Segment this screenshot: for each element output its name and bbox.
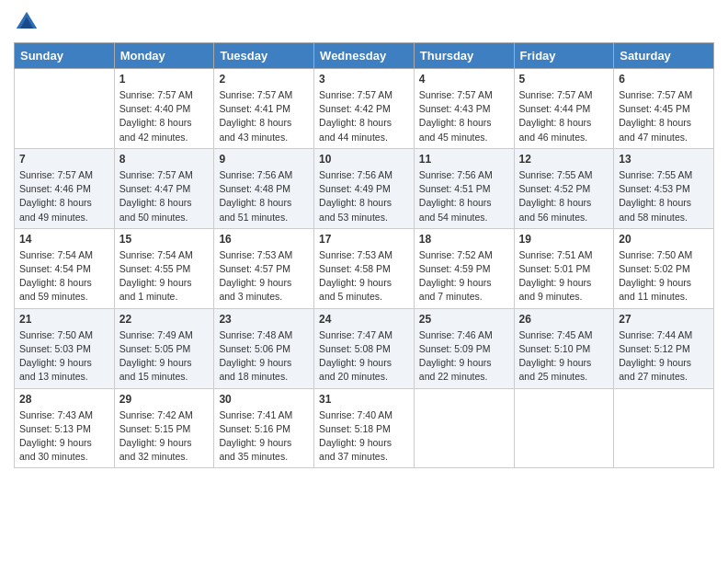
day-number: 15 bbox=[119, 233, 210, 246]
day-number: 18 bbox=[419, 233, 509, 246]
calendar-row-0: 1Sunrise: 7:57 AM Sunset: 4:40 PM Daylig… bbox=[15, 69, 714, 149]
calendar-cell: 13Sunrise: 7:55 AM Sunset: 4:53 PM Dayli… bbox=[614, 148, 714, 228]
calendar-row-3: 21Sunrise: 7:50 AM Sunset: 5:03 PM Dayli… bbox=[15, 308, 714, 388]
calendar-cell: 27Sunrise: 7:44 AM Sunset: 5:12 PM Dayli… bbox=[614, 308, 714, 388]
calendar-cell: 20Sunrise: 7:50 AM Sunset: 5:02 PM Dayli… bbox=[614, 228, 714, 308]
col-header-saturday: Saturday bbox=[614, 43, 714, 69]
calendar-cell: 25Sunrise: 7:46 AM Sunset: 5:09 PM Dayli… bbox=[414, 308, 514, 388]
cell-info: Sunrise: 7:54 AM Sunset: 4:55 PM Dayligh… bbox=[119, 248, 210, 304]
cell-info: Sunrise: 7:42 AM Sunset: 5:15 PM Dayligh… bbox=[119, 408, 210, 465]
day-number: 22 bbox=[119, 313, 210, 326]
calendar-cell: 31Sunrise: 7:40 AM Sunset: 5:18 PM Dayli… bbox=[314, 388, 415, 468]
calendar-cell: 11Sunrise: 7:56 AM Sunset: 4:51 PM Dayli… bbox=[414, 148, 514, 228]
calendar-cell: 26Sunrise: 7:45 AM Sunset: 5:10 PM Dayli… bbox=[514, 308, 614, 388]
cell-info: Sunrise: 7:57 AM Sunset: 4:46 PM Dayligh… bbox=[19, 168, 109, 224]
calendar-cell: 12Sunrise: 7:55 AM Sunset: 4:52 PM Dayli… bbox=[514, 148, 614, 228]
calendar-cell: 28Sunrise: 7:43 AM Sunset: 5:13 PM Dayli… bbox=[15, 388, 115, 468]
cell-info: Sunrise: 7:52 AM Sunset: 4:59 PM Dayligh… bbox=[419, 248, 509, 304]
day-number: 9 bbox=[219, 153, 309, 166]
cell-info: Sunrise: 7:57 AM Sunset: 4:41 PM Dayligh… bbox=[219, 88, 309, 144]
cell-info: Sunrise: 7:43 AM Sunset: 5:13 PM Dayligh… bbox=[19, 408, 109, 465]
day-number: 23 bbox=[219, 313, 309, 326]
calendar-cell: 15Sunrise: 7:54 AM Sunset: 4:55 PM Dayli… bbox=[114, 228, 214, 308]
logo-icon bbox=[14, 9, 40, 35]
calendar-cell: 3Sunrise: 7:57 AM Sunset: 4:42 PM Daylig… bbox=[314, 69, 415, 149]
calendar-cell: 7Sunrise: 7:57 AM Sunset: 4:46 PM Daylig… bbox=[15, 148, 115, 228]
calendar-cell: 10Sunrise: 7:56 AM Sunset: 4:49 PM Dayli… bbox=[314, 148, 415, 228]
day-number: 6 bbox=[619, 73, 709, 86]
calendar-cell bbox=[414, 388, 514, 468]
col-header-wednesday: Wednesday bbox=[314, 43, 415, 69]
cell-info: Sunrise: 7:44 AM Sunset: 5:12 PM Dayligh… bbox=[619, 328, 709, 385]
calendar-cell: 23Sunrise: 7:48 AM Sunset: 5:06 PM Dayli… bbox=[214, 308, 314, 388]
col-header-thursday: Thursday bbox=[414, 43, 514, 69]
cell-info: Sunrise: 7:47 AM Sunset: 5:08 PM Dayligh… bbox=[319, 328, 409, 385]
calendar-cell: 1Sunrise: 7:57 AM Sunset: 4:40 PM Daylig… bbox=[114, 69, 214, 149]
calendar-cell: 30Sunrise: 7:41 AM Sunset: 5:16 PM Dayli… bbox=[214, 388, 314, 468]
day-number: 8 bbox=[119, 153, 210, 166]
day-number: 28 bbox=[19, 393, 109, 406]
calendar-cell: 19Sunrise: 7:51 AM Sunset: 5:01 PM Dayli… bbox=[514, 228, 614, 308]
calendar-row-4: 28Sunrise: 7:43 AM Sunset: 5:13 PM Dayli… bbox=[15, 388, 714, 468]
day-number: 26 bbox=[519, 313, 609, 326]
cell-info: Sunrise: 7:41 AM Sunset: 5:16 PM Dayligh… bbox=[219, 408, 309, 465]
cell-info: Sunrise: 7:50 AM Sunset: 5:03 PM Dayligh… bbox=[19, 328, 109, 385]
calendar-cell: 29Sunrise: 7:42 AM Sunset: 5:15 PM Dayli… bbox=[114, 388, 214, 468]
cell-info: Sunrise: 7:40 AM Sunset: 5:18 PM Dayligh… bbox=[319, 408, 409, 465]
day-number: 4 bbox=[419, 73, 509, 86]
calendar-cell bbox=[514, 388, 614, 468]
calendar-row-2: 14Sunrise: 7:54 AM Sunset: 4:54 PM Dayli… bbox=[15, 228, 714, 308]
col-header-monday: Monday bbox=[114, 43, 214, 69]
cell-info: Sunrise: 7:48 AM Sunset: 5:06 PM Dayligh… bbox=[219, 328, 309, 385]
col-header-friday: Friday bbox=[514, 43, 614, 69]
calendar-cell bbox=[15, 69, 115, 149]
cell-info: Sunrise: 7:49 AM Sunset: 5:05 PM Dayligh… bbox=[119, 328, 210, 385]
cell-info: Sunrise: 7:45 AM Sunset: 5:10 PM Dayligh… bbox=[519, 328, 609, 385]
calendar-cell: 18Sunrise: 7:52 AM Sunset: 4:59 PM Dayli… bbox=[414, 228, 514, 308]
calendar-cell: 24Sunrise: 7:47 AM Sunset: 5:08 PM Dayli… bbox=[314, 308, 415, 388]
day-number: 13 bbox=[619, 153, 709, 166]
calendar-cell: 2Sunrise: 7:57 AM Sunset: 4:41 PM Daylig… bbox=[214, 69, 314, 149]
calendar-table: SundayMondayTuesdayWednesdayThursdayFrid… bbox=[14, 42, 714, 468]
day-number: 17 bbox=[319, 233, 409, 246]
calendar-cell bbox=[614, 388, 714, 468]
calendar-cell: 17Sunrise: 7:53 AM Sunset: 4:58 PM Dayli… bbox=[314, 228, 415, 308]
cell-info: Sunrise: 7:50 AM Sunset: 5:02 PM Dayligh… bbox=[619, 248, 709, 304]
page-header bbox=[14, 9, 714, 35]
cell-info: Sunrise: 7:56 AM Sunset: 4:49 PM Dayligh… bbox=[319, 168, 409, 224]
calendar-cell: 6Sunrise: 7:57 AM Sunset: 4:45 PM Daylig… bbox=[614, 69, 714, 149]
day-number: 11 bbox=[419, 153, 509, 166]
day-number: 3 bbox=[319, 73, 409, 86]
calendar-cell: 16Sunrise: 7:53 AM Sunset: 4:57 PM Dayli… bbox=[214, 228, 314, 308]
day-number: 31 bbox=[319, 393, 409, 406]
cell-info: Sunrise: 7:54 AM Sunset: 4:54 PM Dayligh… bbox=[19, 248, 109, 304]
day-number: 16 bbox=[219, 233, 309, 246]
calendar-cell: 9Sunrise: 7:56 AM Sunset: 4:48 PM Daylig… bbox=[214, 148, 314, 228]
cell-info: Sunrise: 7:57 AM Sunset: 4:47 PM Dayligh… bbox=[119, 168, 210, 224]
cell-info: Sunrise: 7:55 AM Sunset: 4:53 PM Dayligh… bbox=[619, 168, 709, 224]
day-number: 27 bbox=[619, 313, 709, 326]
cell-info: Sunrise: 7:53 AM Sunset: 4:58 PM Dayligh… bbox=[319, 248, 409, 304]
day-number: 29 bbox=[119, 393, 210, 406]
day-number: 21 bbox=[19, 313, 109, 326]
calendar-cell: 14Sunrise: 7:54 AM Sunset: 4:54 PM Dayli… bbox=[15, 228, 115, 308]
calendar-cell: 21Sunrise: 7:50 AM Sunset: 5:03 PM Dayli… bbox=[15, 308, 115, 388]
calendar-header-row: SundayMondayTuesdayWednesdayThursdayFrid… bbox=[15, 43, 714, 69]
cell-info: Sunrise: 7:56 AM Sunset: 4:48 PM Dayligh… bbox=[219, 168, 309, 224]
cell-info: Sunrise: 7:57 AM Sunset: 4:40 PM Dayligh… bbox=[119, 88, 210, 144]
day-number: 30 bbox=[219, 393, 309, 406]
day-number: 24 bbox=[319, 313, 409, 326]
cell-info: Sunrise: 7:57 AM Sunset: 4:44 PM Dayligh… bbox=[519, 88, 609, 144]
cell-info: Sunrise: 7:51 AM Sunset: 5:01 PM Dayligh… bbox=[519, 248, 609, 304]
calendar-cell: 22Sunrise: 7:49 AM Sunset: 5:05 PM Dayli… bbox=[114, 308, 214, 388]
col-header-sunday: Sunday bbox=[15, 43, 115, 69]
day-number: 5 bbox=[519, 73, 609, 86]
day-number: 12 bbox=[519, 153, 609, 166]
calendar-cell: 8Sunrise: 7:57 AM Sunset: 4:47 PM Daylig… bbox=[114, 148, 214, 228]
day-number: 10 bbox=[319, 153, 409, 166]
col-header-tuesday: Tuesday bbox=[214, 43, 314, 69]
day-number: 20 bbox=[619, 233, 709, 246]
day-number: 2 bbox=[219, 73, 309, 86]
day-number: 7 bbox=[19, 153, 109, 166]
cell-info: Sunrise: 7:55 AM Sunset: 4:52 PM Dayligh… bbox=[519, 168, 609, 224]
